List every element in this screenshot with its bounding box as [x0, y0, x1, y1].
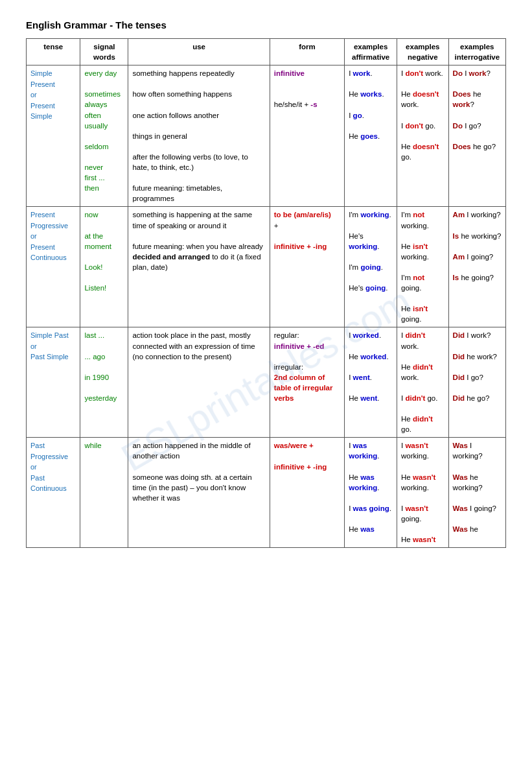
table-row: Simple PastorPast Simple last ... ... ag… — [27, 327, 506, 438]
use-simple-present: something happens repeatedly how often s… — [128, 65, 270, 207]
signals-simple-present: every day sometimes always often usually… — [80, 65, 128, 207]
tense-present-progressive: Present ProgressiveorPresent Continuous — [27, 207, 80, 327]
col-ex-int: examplesinterrogative — [448, 39, 505, 65]
use-present-progressive: something is happening at the same time … — [128, 207, 270, 327]
col-tense: tense — [27, 39, 80, 65]
ex-int-simple-present: Do I work? Does he work? Do I go? Does h… — [448, 65, 505, 207]
form-simple-past: regular: infinitive + -ed irregular: 2nd… — [270, 327, 344, 438]
tense-past-progressive: Past ProgressiveorPast Continuous — [27, 438, 80, 548]
ex-neg-simple-past: I didn't work. He didn't work. I didn't … — [397, 327, 449, 438]
ex-neg-past-progressive: I wasn't working. He wasn't working. I w… — [397, 438, 449, 548]
ex-aff-simple-past: I worked. He worked. I went. He went. — [345, 327, 397, 438]
ex-aff-present-progressive: I'm working. He's working. I'm going. He… — [345, 207, 397, 327]
ex-aff-simple-present: I work. He works. I go. He goes. — [345, 65, 397, 207]
ex-int-past-progressive: Was I working? Was he working? Was I goi… — [448, 438, 505, 548]
tense-simple-past: Simple PastorPast Simple — [27, 327, 80, 438]
ex-neg-present-progressive: I'm not working. He isn't working. I'm n… — [397, 207, 449, 327]
table-row: Past ProgressiveorPast Continuous while … — [27, 438, 506, 548]
form-past-progressive: was/were + infinitive + -ing — [270, 438, 344, 548]
form-present-progressive: to be (am/are/is)+ infinitive + -ing — [270, 207, 344, 327]
col-signal: signalwords — [80, 39, 128, 65]
ex-neg-simple-present: I don't work. He doesn't work. I don't g… — [397, 65, 449, 207]
signals-past-progressive: while — [80, 438, 128, 548]
form-simple-present: infinitive he/she/it + -s — [270, 65, 344, 207]
col-ex-aff: examplesaffirmative — [345, 39, 397, 65]
use-simple-past: action took place in the past, mostly co… — [128, 327, 270, 438]
signals-present-progressive: now at the moment Look! Listen! — [80, 207, 128, 327]
ex-int-present-progressive: Am I working? Is he working? Am I going?… — [448, 207, 505, 327]
col-use: use — [128, 39, 270, 65]
col-ex-neg: examplesnegative — [397, 39, 449, 65]
grammar-table: tense signalwords use form examplesaffir… — [26, 38, 506, 548]
ex-int-simple-past: Did I work? Did he work? Did I go? Did h… — [448, 327, 505, 438]
col-form: form — [270, 39, 344, 65]
table-row: Simple PresentorPresent Simple every day… — [27, 65, 506, 207]
page-title: English Grammar - The tenses — [26, 19, 506, 30]
signals-simple-past: last ... ... ago in 1990 yesterday — [80, 327, 128, 438]
table-row: Present ProgressiveorPresent Continuous … — [27, 207, 506, 327]
use-past-progressive: an action happened in the middle of anot… — [128, 438, 270, 548]
ex-aff-past-progressive: I was working. He was working. I was goi… — [345, 438, 397, 548]
tense-simple-present: Simple PresentorPresent Simple — [27, 65, 80, 207]
